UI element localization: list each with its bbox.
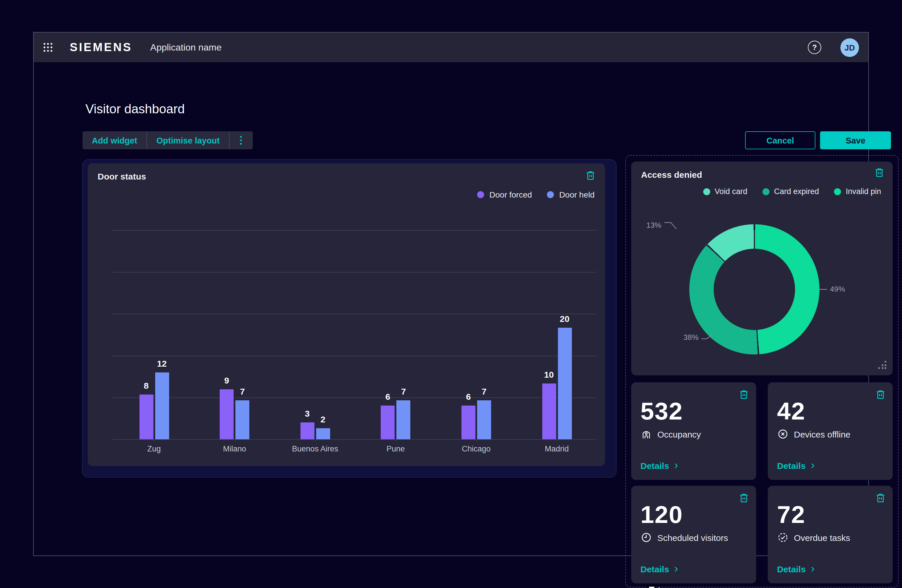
kpi-label: Occupancy	[657, 429, 701, 439]
help-icon[interactable]: ?	[808, 41, 821, 54]
chevron-right-icon: ›	[674, 461, 678, 469]
bar-door-held-zug	[155, 372, 169, 439]
x-axis-tick	[476, 439, 477, 442]
chevron-right-icon: ›	[674, 565, 678, 572]
legend-item: Door forced	[477, 190, 532, 199]
avatar[interactable]: JD	[840, 38, 859, 57]
bar-door-held-madrid	[557, 328, 572, 439]
legend-label: Door forced	[489, 190, 532, 199]
delete-widget-icon[interactable]	[875, 493, 886, 503]
legend-label: Void card	[714, 187, 747, 196]
door-status-widget-wrapper[interactable]: Door status Door forcedDoor held 812Zug9…	[83, 160, 616, 477]
resize-cursor-icon[interactable]	[647, 585, 662, 588]
x-axis-label: Pune	[361, 444, 431, 453]
details-link[interactable]: Details›	[777, 461, 814, 471]
legend-dot-icon	[477, 191, 484, 198]
clock-icon	[641, 532, 651, 543]
bar-door-held-chicago	[477, 400, 491, 439]
chart-legend: Door forcedDoor held	[477, 190, 595, 199]
more-options-icon[interactable]	[230, 131, 253, 149]
kpi-card-overdue-tasks[interactable]: 72Overdue tasksDetails›	[768, 486, 893, 583]
add-widget-button[interactable]: Add widget	[83, 131, 146, 149]
save-button[interactable]: Save	[820, 131, 891, 149]
bar-value-label: 2	[311, 414, 335, 424]
legend-dot-icon	[763, 188, 769, 195]
legend-label: Door held	[559, 190, 595, 199]
widget-toolbar: Add widget Optimise layout	[83, 131, 253, 149]
bar-value-label: 7	[473, 386, 496, 396]
kpi-card-scheduled-visitors[interactable]: 120Scheduled visitorsDetails›	[631, 486, 756, 583]
details-link[interactable]: Details›	[640, 461, 678, 471]
gridline	[113, 230, 596, 231]
donut-callout-49: 49%	[818, 285, 845, 293]
bar-value-label: 12	[150, 358, 174, 368]
bar-door-forced-milano	[220, 389, 233, 439]
door-status-card: Door status Door forcedDoor held 812Zug9…	[88, 163, 605, 466]
gridline	[113, 356, 596, 356]
screen: SIEMENS Application name ? JD Visitor da…	[0, 0, 902, 588]
x-axis-label: Zug	[119, 444, 189, 453]
resize-grip-icon[interactable]	[878, 360, 887, 369]
app-launcher-icon[interactable]	[44, 43, 52, 52]
chevron-right-icon: ›	[811, 565, 814, 572]
gridline	[113, 397, 596, 398]
legend-item: Invalid pin	[834, 187, 881, 196]
x-axis-label: Chicago	[442, 444, 511, 453]
details-link[interactable]: Details›	[640, 564, 678, 574]
donut-callout-38: 38%	[683, 333, 714, 342]
delete-widget-icon[interactable]	[739, 493, 749, 503]
bar-door-forced-buenos-aires	[300, 422, 314, 439]
kpi-label: Devices offline	[794, 429, 850, 439]
bar-value-label: 9	[215, 375, 238, 385]
bar-door-forced-zug	[139, 394, 153, 439]
bar-door-held-pune	[397, 400, 410, 439]
legend-item: Door held	[547, 190, 595, 199]
legend-dot-icon	[547, 191, 554, 198]
legend-label: Invalid pin	[846, 187, 881, 196]
widget-title: Door status	[98, 171, 146, 181]
chart-legend: Void cardCard expiredInvalid pin	[703, 187, 881, 196]
check-circle-icon	[778, 532, 788, 543]
gridline	[113, 272, 596, 272]
bar-value-label: 7	[231, 386, 254, 396]
x-axis-tick	[235, 439, 235, 442]
kpi-card-occupancy[interactable]: 532OccupancyDetails›	[631, 382, 756, 480]
kpi-label: Scheduled visitors	[657, 533, 728, 543]
x-axis-line	[113, 439, 596, 440]
x-axis-tick	[557, 439, 557, 442]
kpi-card-devices-offline[interactable]: 42Devices offlineDetails›	[768, 382, 893, 480]
device-offline-icon	[778, 429, 788, 439]
x-axis-tick	[154, 439, 155, 442]
siemens-logo: SIEMENS	[70, 41, 132, 54]
bar-door-forced-madrid	[542, 383, 556, 439]
x-axis-label: Buenos Aires	[280, 444, 350, 453]
donut-callout-13: 13%	[646, 220, 679, 230]
bar-door-held-buenos-aires	[316, 428, 330, 439]
app-window: SIEMENS Application name ? JD Visitor da…	[33, 32, 869, 556]
bar-door-forced-chicago	[462, 405, 475, 439]
kpi-label: Overdue tasks	[794, 533, 850, 543]
kpi-value: 42	[777, 397, 805, 425]
bar-value-label: 8	[135, 381, 158, 391]
x-axis-label: Milano	[200, 444, 269, 453]
legend-dot-icon	[703, 188, 710, 195]
access-denied-card[interactable]: Access denied Void cardCard expiredInval…	[631, 161, 893, 375]
x-axis-tick	[396, 439, 396, 442]
widget-title: Access denied	[641, 170, 702, 180]
delete-widget-icon[interactable]	[585, 170, 596, 181]
chevron-right-icon: ›	[811, 461, 814, 469]
delete-widget-icon[interactable]	[875, 389, 886, 400]
gridline	[113, 314, 596, 314]
application-name: Application name	[150, 42, 222, 53]
legend-item: Void card	[703, 187, 747, 196]
x-axis-label: Madrid	[522, 444, 592, 453]
details-link[interactable]: Details›	[777, 564, 814, 574]
kpi-value: 532	[640, 397, 683, 425]
kpi-value: 120	[640, 501, 683, 529]
cancel-button[interactable]: Cancel	[745, 131, 816, 149]
bar-value-label: 7	[392, 386, 415, 396]
delete-widget-icon[interactable]	[739, 389, 749, 400]
page-title: Visitor dashboard	[85, 102, 185, 117]
optimise-layout-button[interactable]: Optimise layout	[147, 131, 229, 149]
delete-widget-icon[interactable]	[874, 167, 885, 178]
